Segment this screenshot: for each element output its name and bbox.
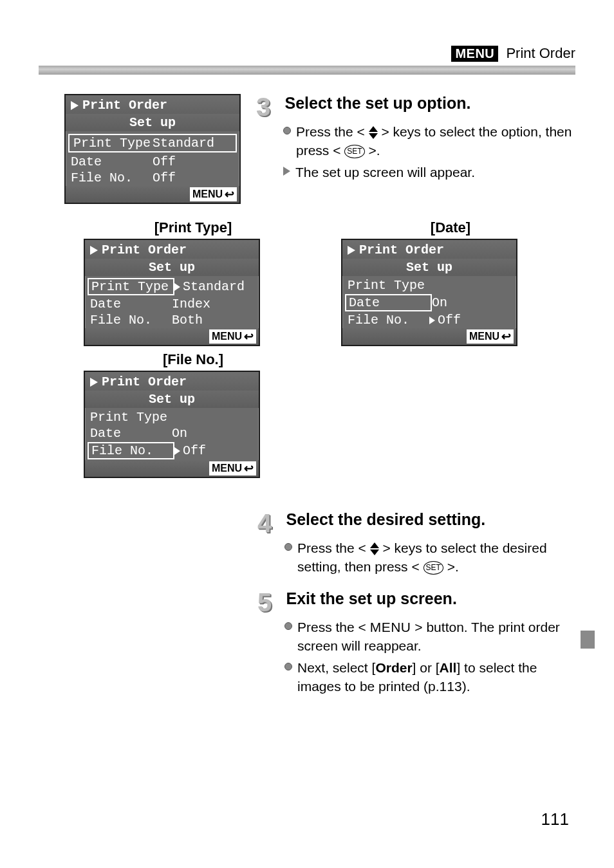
lcd-row-value: Standard — [174, 278, 254, 295]
lcd-main-title: Print Order — [82, 98, 167, 113]
lcd-title: Print Order — [359, 243, 444, 257]
lcd-main-subtitle: Set up — [66, 114, 239, 131]
return-icon: ↩ — [501, 329, 511, 344]
bullet-icon — [284, 622, 292, 630]
step-line: Press the < > keys to select the option,… — [296, 122, 575, 160]
lcd-row-value: Off — [153, 171, 234, 185]
lcd-row-label: Print Type — [348, 278, 429, 293]
lcd-row-label: File No. — [88, 442, 174, 459]
lcd-print-type: Print Order Set up Print Type Standard D… — [84, 239, 260, 346]
step-title: Exit the set up screen. — [286, 589, 456, 607]
header-divider — [39, 66, 575, 75]
col-head-date: [Date] — [341, 219, 560, 236]
menu-chip-label: MENU — [192, 189, 223, 200]
menu-chip: MENU↩ — [209, 461, 256, 476]
play-icon — [90, 246, 98, 255]
header-title: Print Order — [506, 45, 575, 61]
lcd-file-no: Print Order Set up Print Type Date On Fi… — [84, 371, 260, 478]
menu-chip: MENU↩ — [190, 187, 237, 201]
mid-grid: [Print Type] Print Order Set up Print Ty… — [84, 219, 560, 478]
lcd-subtitle: Set up — [342, 259, 516, 276]
selected-icon — [174, 283, 180, 291]
updown-icon — [370, 542, 379, 555]
lcd-row-value: On — [172, 426, 254, 441]
return-icon: ↩ — [244, 329, 254, 344]
result-icon — [283, 167, 290, 176]
lcd-row-value: Index — [172, 297, 254, 311]
menu-chip: MENU↩ — [209, 329, 256, 344]
top-row: Print Order Set up Print Type Standard D… — [39, 94, 575, 204]
lcd-title: Print Order — [102, 374, 187, 389]
play-icon — [71, 101, 79, 110]
updown-icon — [369, 126, 378, 139]
lcd-row-label: File No. — [90, 313, 172, 328]
lcd-row-label: Print Type — [73, 136, 153, 151]
lcd-row-label: Date — [71, 154, 153, 169]
step-number: 3 — [256, 94, 279, 120]
step-4: 4 Select the desired setting. Press the … — [257, 510, 575, 577]
lcd-date: Print Order Set up Print Type Date On Fi… — [341, 239, 517, 346]
step-number: 5 — [257, 589, 281, 615]
col-head-print-type: [Print Type] — [84, 219, 302, 236]
lcd-row-label: Date — [90, 297, 172, 311]
menu-chip: MENU↩ — [467, 329, 514, 344]
lcd-row-value: On — [432, 294, 511, 311]
step-line: Next, select [Order] or [All] to select … — [297, 658, 575, 696]
menu-badge: MENU — [451, 46, 498, 62]
step-number: 4 — [257, 510, 281, 536]
bullet-icon — [284, 663, 292, 670]
lcd-subtitle: Set up — [85, 391, 259, 408]
step-line: Press the < MENU > button. The print ord… — [297, 618, 575, 656]
page-number: 111 — [541, 809, 569, 829]
play-icon — [348, 246, 355, 255]
step-3: 3 Select the set up option. Press the < … — [256, 94, 575, 181]
selected-icon — [429, 317, 435, 324]
lcd-row-value — [172, 410, 254, 425]
bullet-icon — [283, 127, 291, 134]
lcd-row-label: Date — [90, 426, 172, 441]
set-icon: SET — [344, 145, 364, 158]
play-icon — [90, 378, 98, 387]
lcd-row-label: File No. — [348, 313, 429, 328]
lcd-row-value: Off — [429, 313, 511, 328]
lcd-row-value — [429, 278, 511, 293]
menu-word: MENU — [370, 620, 411, 634]
lcd-row-value: Off — [174, 442, 254, 459]
lcd-row-label: Date — [345, 294, 432, 311]
set-icon: SET — [423, 561, 443, 575]
selected-icon — [174, 447, 180, 455]
lcd-row-value: Standard — [153, 136, 232, 151]
return-icon: ↩ — [225, 187, 234, 201]
step-title: Select the desired setting. — [286, 510, 485, 528]
header: MENU Print Order — [39, 45, 575, 62]
lcd-row-value: Off — [153, 154, 234, 169]
lcd-title: Print Order — [102, 243, 187, 257]
step-line: The set up screen will appear. — [295, 163, 475, 181]
lcd-main: Print Order Set up Print Type Standard D… — [64, 94, 241, 204]
lcd-subtitle: Set up — [85, 259, 259, 276]
step-title: Select the set up option. — [284, 94, 470, 112]
lcd-row-value: Both — [172, 313, 254, 328]
lcd-row-label: File No. — [71, 171, 153, 185]
page: MENU Print Order Print Order Set up Prin… — [0, 0, 614, 868]
col-head-file-no: [File No.] — [84, 351, 302, 368]
side-tab — [581, 631, 595, 649]
lcd-row-label: Print Type — [88, 278, 174, 295]
bullet-icon — [284, 543, 292, 551]
step-line: Press the < > keys to select the desired… — [297, 539, 575, 577]
return-icon: ↩ — [244, 461, 254, 476]
lcd-row-label: Print Type — [90, 410, 172, 425]
step-5: 5 Exit the set up screen. Press the < ME… — [257, 589, 575, 696]
